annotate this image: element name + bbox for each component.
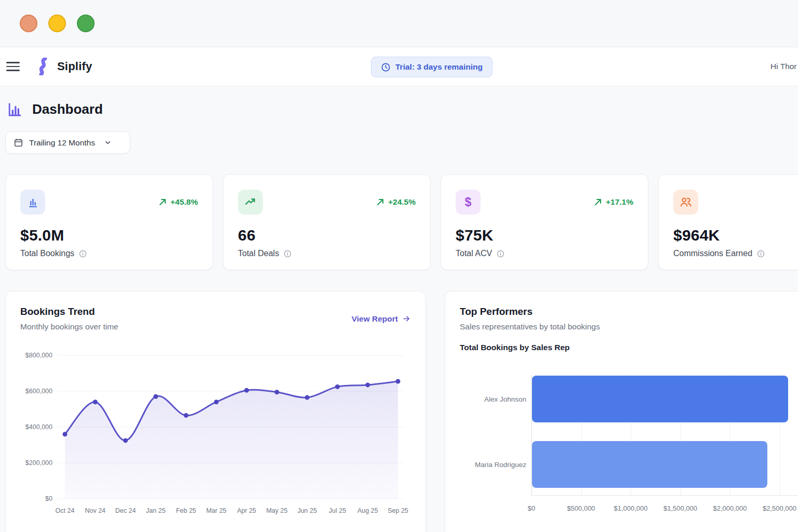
bar-chart-icon xyxy=(20,190,45,215)
chevron-down-icon xyxy=(104,139,112,147)
data-point xyxy=(63,432,68,436)
trial-badge[interactable]: Trial: 3 days remaining xyxy=(371,57,493,77)
data-point xyxy=(335,384,340,389)
kpi-card-total-bookings: +45.8% $5.0M Total Bookings xyxy=(5,174,213,270)
bar-chart-title: Total Bookings by Sales Rep xyxy=(460,343,798,352)
trending-up-icon xyxy=(238,190,263,215)
users-icon xyxy=(673,190,698,215)
x-tick-label: $2,000,000 xyxy=(713,504,747,512)
bar-label: Alex Johnson xyxy=(460,395,526,403)
page-title: Dashboard xyxy=(32,101,103,117)
data-point xyxy=(184,413,189,418)
kpi-trend: +45.8% xyxy=(158,197,198,207)
top-performers-chart: Alex Johnson Maria Rodriguez $0$500,000$… xyxy=(460,375,798,515)
y-tick-label: $0 xyxy=(45,495,52,502)
kpi-card-commissions-earned: $964K Commissions Earned xyxy=(658,174,798,270)
y-tick-label: $400,000 xyxy=(25,423,52,431)
kpi-trend: +24.5% xyxy=(376,197,416,207)
kpi-label: Total Deals xyxy=(238,249,416,258)
data-point xyxy=(396,379,401,384)
x-tick-label: $0 xyxy=(528,504,535,512)
trend-up-arrow-icon xyxy=(594,198,602,206)
kpi-value: $75K xyxy=(456,227,633,244)
x-tick-label: $500,000 xyxy=(567,504,595,512)
window-titlebar xyxy=(0,0,798,47)
bar-label: Maria Rodriguez xyxy=(460,461,526,469)
kpi-trend: +17.1% xyxy=(594,197,633,207)
x-tick-label: Aug 25 xyxy=(357,507,378,514)
bar-chart-x-axis xyxy=(531,495,798,496)
view-report-link[interactable]: View Report xyxy=(352,314,411,324)
kpi-value: $964K xyxy=(673,227,798,244)
info-icon[interactable] xyxy=(496,249,505,258)
arrow-right-icon xyxy=(402,314,411,323)
data-point xyxy=(153,394,158,399)
data-point xyxy=(274,390,279,394)
x-tick-label: Jan 25 xyxy=(146,507,166,514)
page-head: Dashboard xyxy=(5,101,798,118)
date-range-dropdown[interactable]: Trailing 12 Months xyxy=(5,131,130,154)
brand-name: Siplify xyxy=(57,60,92,73)
bookings-trend-subtitle: Monthly bookings over time xyxy=(20,322,118,331)
info-icon[interactable] xyxy=(756,249,765,258)
main-content: Dashboard Trailing 12 Months xyxy=(0,86,798,532)
x-tick-label: Mar 25 xyxy=(206,507,227,514)
brand-logo[interactable]: Siplify xyxy=(36,58,92,75)
area-fill xyxy=(65,381,398,499)
kpi-row: +45.8% $5.0M Total Bookings xyxy=(5,174,798,270)
trial-badge-label: Trial: 3 days remaining xyxy=(395,62,483,72)
x-tick-label: May 25 xyxy=(266,507,287,514)
x-tick-label: Sep 25 xyxy=(388,507,408,514)
x-tick-label: Nov 24 xyxy=(85,507,105,514)
bookings-trend-card: Bookings Trend Monthly bookings over tim… xyxy=(5,291,426,532)
clock-icon xyxy=(381,62,391,72)
trend-up-arrow-icon xyxy=(158,198,167,206)
traffic-light-maximize-button[interactable] xyxy=(77,15,95,32)
top-performers-title: Top Performers xyxy=(460,306,600,317)
info-icon[interactable] xyxy=(283,249,292,258)
bar-maria-rodriguez xyxy=(532,441,767,488)
kpi-label: Total Bookings xyxy=(20,249,198,258)
bookings-trend-chart: $0$200,000$400,000$600,000$800,000Oct 24… xyxy=(20,338,412,520)
dashboard-icon xyxy=(6,101,23,118)
x-tick-label: Dec 24 xyxy=(115,507,136,514)
trend-up-arrow-icon xyxy=(376,198,384,206)
calendar-icon xyxy=(14,138,23,148)
bookings-trend-title: Bookings Trend xyxy=(20,306,118,317)
kpi-card-total-acv: $ +17.1% $75K Total ACV xyxy=(441,174,648,270)
hamburger-menu-icon[interactable] xyxy=(6,59,20,74)
kpi-label: Total ACV xyxy=(456,249,633,258)
x-tick-label: Jun 25 xyxy=(297,507,317,514)
charts-row: Bookings Trend Monthly bookings over tim… xyxy=(5,291,798,532)
siplify-logo-icon xyxy=(36,58,50,75)
kpi-card-total-deals: +24.5% 66 Total Deals xyxy=(223,174,431,270)
x-tick-label: $1,000,000 xyxy=(614,504,647,512)
data-point xyxy=(365,382,370,387)
x-tick-label: Oct 24 xyxy=(56,507,75,514)
y-tick-label: $200,000 xyxy=(25,459,52,467)
kpi-value: 66 xyxy=(238,227,416,244)
y-tick-label: $600,000 xyxy=(25,388,52,395)
x-tick-label: Feb 25 xyxy=(176,507,196,514)
x-tick-label: Apr 25 xyxy=(237,507,256,514)
info-icon[interactable] xyxy=(78,249,87,258)
data-point xyxy=(244,388,249,393)
bar-alex-johnson xyxy=(532,376,788,422)
data-point xyxy=(123,438,128,443)
x-tick-label: $2,500,000 xyxy=(763,504,796,512)
data-point xyxy=(93,400,98,404)
top-performers-subtitle: Sales representatives by total bookings xyxy=(460,322,600,331)
user-greeting: Hi Thor xyxy=(770,62,797,71)
x-tick-label: $1,500,000 xyxy=(663,504,697,512)
traffic-light-close-button[interactable] xyxy=(20,15,37,32)
x-tick-label: Jul 25 xyxy=(329,507,346,514)
data-point xyxy=(305,395,310,400)
data-point xyxy=(214,400,219,404)
traffic-light-minimize-button[interactable] xyxy=(48,15,66,32)
dollar-icon: $ xyxy=(456,190,481,215)
app-header: Siplify Trial: 3 days remaining Hi Thor xyxy=(0,47,798,86)
kpi-label: Commissions Earned xyxy=(673,249,798,258)
top-performers-card: Top Performers Sales representatives by … xyxy=(445,291,798,532)
y-tick-label: $800,000 xyxy=(25,352,52,359)
kpi-value: $5.0M xyxy=(20,227,198,244)
